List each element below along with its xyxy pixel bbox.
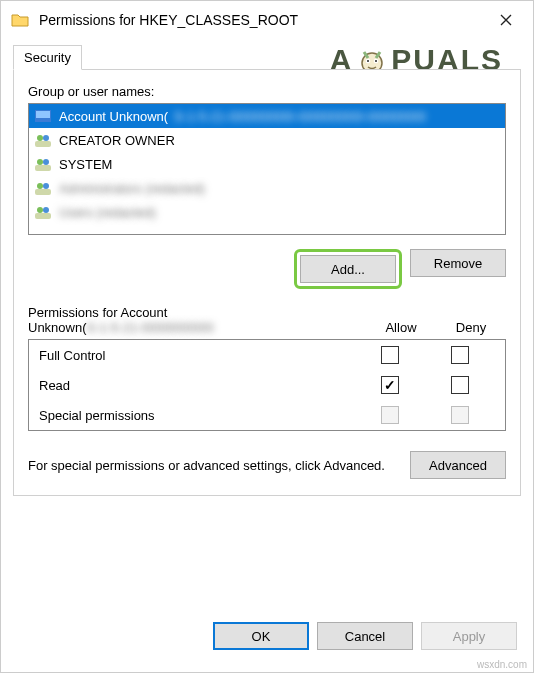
permissions-for-line2: Unknown(S-1-5-21-0000000000 [28, 320, 366, 335]
add-button[interactable]: Add... [300, 255, 396, 283]
user-icon [33, 108, 53, 124]
group-icon [33, 180, 53, 196]
allow-full-control-checkbox[interactable] [381, 346, 399, 364]
deny-full-control-checkbox[interactable] [451, 346, 469, 364]
list-item-label: CREATOR OWNER [59, 133, 175, 148]
svg-point-14 [43, 183, 49, 189]
dialog-button-bar: OK Cancel Apply [1, 608, 533, 672]
close-button[interactable] [483, 4, 529, 36]
ok-button[interactable]: OK [213, 622, 309, 650]
group-icon [33, 204, 53, 220]
advanced-button[interactable]: Advanced [410, 451, 506, 479]
permissions-for-label: Permissions for Account Unknown(S-1-5-21… [28, 305, 366, 335]
list-item[interactable]: CREATOR OWNER [29, 128, 505, 152]
svg-point-16 [37, 207, 43, 213]
allow-column-header: Allow [366, 320, 436, 335]
svg-rect-15 [35, 189, 51, 195]
list-item[interactable]: Users (redacted) [29, 200, 505, 224]
tab-security[interactable]: Security [13, 45, 82, 70]
source-tag: wsxdn.com [477, 659, 527, 670]
tab-strip: Security [1, 39, 533, 70]
allow-special-checkbox [381, 406, 399, 424]
remove-button[interactable]: Remove [410, 249, 506, 277]
svg-point-13 [37, 183, 43, 189]
perm-label: Full Control [39, 348, 355, 363]
svg-rect-6 [36, 111, 50, 118]
group-icon [33, 156, 53, 172]
list-item-label: Account Unknown( [59, 109, 168, 124]
permissions-list: Full Control Read Special permissions [28, 339, 506, 431]
svg-point-10 [37, 159, 43, 165]
svg-point-11 [43, 159, 49, 165]
redacted-text: S-1-5-21-000000000-000000000-00000000 [174, 109, 426, 124]
advanced-row: For special permissions or advanced sett… [28, 451, 506, 479]
list-item-label: SYSTEM [59, 157, 112, 172]
advanced-text: For special permissions or advanced sett… [28, 458, 400, 473]
svg-rect-9 [35, 141, 51, 147]
folder-icon [11, 11, 29, 29]
group-names-label: Group or user names: [28, 84, 506, 99]
redacted-text: S-1-5-21-0000000000 [87, 320, 214, 335]
apply-button[interactable]: Apply [421, 622, 517, 650]
security-panel: Group or user names: Account Unknown( S-… [13, 69, 521, 496]
list-item[interactable]: Administrators (redacted) [29, 176, 505, 200]
perm-label: Special permissions [39, 408, 355, 423]
list-item-label: Administrators (redacted) [59, 181, 205, 196]
permissions-for-line1: Permissions for Account [28, 305, 366, 320]
list-item[interactable]: Account Unknown( S-1-5-21-000000000-0000… [29, 104, 505, 128]
svg-point-7 [37, 135, 43, 141]
deny-special-checkbox [451, 406, 469, 424]
list-item-label: Users (redacted) [59, 205, 156, 220]
group-user-list[interactable]: Account Unknown( S-1-5-21-000000000-0000… [28, 103, 506, 235]
svg-rect-12 [35, 165, 51, 171]
permissions-header: Permissions for Account Unknown(S-1-5-21… [28, 305, 506, 335]
allow-read-checkbox[interactable] [381, 376, 399, 394]
add-remove-row: Add... Remove [28, 249, 506, 289]
deny-read-checkbox[interactable] [451, 376, 469, 394]
perm-row-read: Read [29, 370, 505, 400]
window-title: Permissions for HKEY_CLASSES_ROOT [39, 12, 483, 28]
titlebar: Permissions for HKEY_CLASSES_ROOT [1, 1, 533, 39]
svg-point-17 [43, 207, 49, 213]
list-item[interactable]: SYSTEM [29, 152, 505, 176]
group-icon [33, 132, 53, 148]
add-highlight: Add... [294, 249, 402, 289]
cancel-button[interactable]: Cancel [317, 622, 413, 650]
perm-row-full-control: Full Control [29, 340, 505, 370]
close-icon [500, 14, 512, 26]
permissions-dialog: Permissions for HKEY_CLASSES_ROOT A PUAL… [0, 0, 534, 673]
deny-column-header: Deny [436, 320, 506, 335]
svg-rect-18 [35, 213, 51, 219]
perm-label: Read [39, 378, 355, 393]
perm-row-special: Special permissions [29, 400, 505, 430]
svg-point-8 [43, 135, 49, 141]
